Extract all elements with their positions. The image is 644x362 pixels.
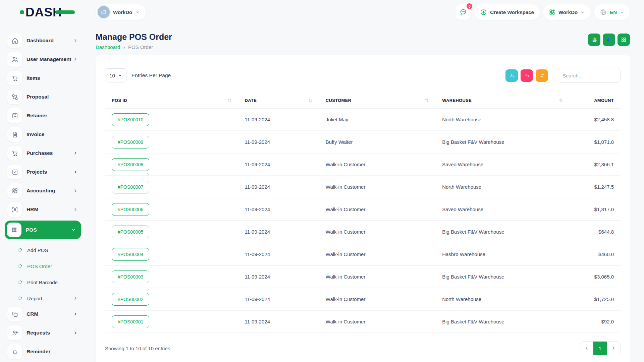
plus-circle-icon — [480, 9, 487, 16]
table-row: #POS00001 11-09-2024 Walk-in Customer Bi… — [105, 310, 621, 333]
table-row: #POS00010 11-09-2024 Juliet May North Wa… — [105, 108, 621, 131]
create-workspace-button[interactable]: Create Workspace — [474, 4, 540, 20]
date-cell: 11-09-2024 — [238, 265, 319, 288]
sidebar-item-label: POS — [26, 227, 37, 233]
sidebar-item-invoice[interactable]: Invoice — [5, 127, 86, 142]
table-row: #POS00005 11-09-2024 Walk-in Customer Bi… — [105, 221, 621, 243]
language-selector[interactable]: EN — [594, 4, 630, 20]
table-row: #POS00008 11-09-2024 Walk-in Customer Sa… — [105, 153, 621, 176]
column-header-amount[interactable]: AMOUNT — [570, 93, 621, 108]
ring-bullet-icon — [18, 296, 22, 300]
pos-id-link[interactable]: #POS00010 — [112, 113, 149, 126]
column-header-date[interactable]: DATE — [238, 93, 319, 108]
sidebar-item-accounting[interactable]: Accounting — [5, 183, 86, 198]
breadcrumb-dashboard-link[interactable]: Dashboard — [96, 44, 120, 50]
sidebar-item-projects[interactable]: Projects — [5, 164, 86, 180]
pos-id-link[interactable]: #POS00001 — [112, 315, 149, 328]
entries-per-page-select[interactable]: 10 — [105, 68, 126, 82]
pagination-prev-button[interactable] — [580, 342, 593, 355]
sidebar-item-hrm[interactable]: HRM — [5, 202, 86, 217]
pos-id-link[interactable]: #POS00002 — [112, 293, 149, 306]
sidebar-subitem-pos-order[interactable]: POS Order — [5, 258, 86, 274]
sidebar-item-pos[interactable]: POS — [5, 221, 81, 239]
sidebar-subitem-add-pos[interactable]: Add POS — [5, 242, 86, 258]
workspace-avatar-building-icon — [98, 6, 110, 18]
sidebar-subitem-report[interactable]: Report — [5, 290, 86, 306]
table-row: #POS00004 11-09-2024 Walk-in Customer Ha… — [105, 243, 621, 265]
amount-cell: $460.0 — [570, 243, 621, 265]
grid-plus-icon — [549, 9, 555, 15]
export-download-button[interactable] — [505, 69, 518, 82]
sidebar-item-label: Invoice — [26, 131, 44, 137]
column-header-pos-id[interactable]: POS ID — [105, 93, 238, 108]
sidebar-item-purchases[interactable]: Purchases — [5, 145, 86, 161]
chevron-right-icon — [73, 188, 78, 193]
workspace-selector[interactable]: WorkDo — [96, 4, 146, 20]
pos-id-link[interactable]: #POS00003 — [112, 270, 149, 283]
sidebar-item-items[interactable]: Items — [5, 70, 86, 86]
google-drive-button[interactable] — [588, 34, 600, 46]
sidebar-item-dashboard[interactable]: Dashboard — [5, 33, 86, 48]
sidebar-item-label: Accounting — [26, 188, 55, 194]
sort-icon — [309, 98, 312, 103]
customer-cell: Walk-in Customer — [319, 176, 435, 198]
onedrive-button[interactable] — [603, 34, 615, 46]
warehouse-cell: North Warehouse — [435, 108, 570, 131]
ring-bullet-icon — [18, 248, 22, 252]
sidebar-item-label: Items — [26, 75, 40, 81]
sidebar-item-label: CRM — [26, 311, 38, 317]
app-logo[interactable]: DASH — [20, 6, 96, 18]
refresh-button[interactable] — [536, 69, 548, 82]
invoice-file-icon — [7, 127, 22, 142]
pos-id-link[interactable]: #POS00008 — [112, 158, 149, 171]
sidebar-item-label: Proposal — [26, 94, 49, 100]
table-row: #POS00006 11-09-2024 Walk-in Customer Sa… — [105, 198, 621, 221]
sidebar-item-crm[interactable]: CRM — [5, 306, 86, 322]
header-actions: 0 Create Workspace WorkDo EN — [455, 4, 630, 20]
sidebar-item-proposal[interactable]: Proposal — [5, 89, 86, 105]
grid-view-button[interactable] — [618, 34, 630, 46]
chevron-left-icon — [584, 346, 589, 351]
customer-cell: Walk-in Customer — [319, 153, 435, 176]
sidebar-item-requests[interactable]: Requests — [5, 325, 86, 341]
showing-entries-text: Showing 1 to 10 of 10 entries — [105, 346, 170, 351]
workspace-menu-button[interactable]: WorkDo — [543, 4, 591, 20]
date-cell: 11-09-2024 — [238, 176, 319, 198]
customer-cell: Walk-in Customer — [319, 198, 435, 221]
pos-id-link[interactable]: #POS00006 — [112, 203, 149, 216]
date-cell: 11-09-2024 — [238, 221, 319, 243]
quick-actions — [588, 34, 630, 46]
grid-icon — [621, 37, 627, 43]
warehouse-cell: Saveo Warehouse — [435, 153, 570, 176]
pos-id-link[interactable]: #POS00004 — [112, 248, 149, 261]
messages-button[interactable]: 0 — [455, 4, 471, 20]
pos-id-link[interactable]: #POS00005 — [112, 226, 149, 238]
customer-cell: Juliet May — [319, 108, 435, 131]
amount-cell: $1,725.0 — [570, 288, 621, 310]
workspace-menu-label: WorkDo — [558, 9, 578, 15]
column-header-warehouse[interactable]: WAREHOUSE — [435, 93, 570, 108]
warehouse-cell: Hasbro Warehouse — [435, 243, 570, 265]
chevron-right-icon — [73, 207, 78, 212]
search-input[interactable] — [557, 68, 621, 83]
chevron-right-icon — [73, 170, 78, 174]
amount-cell: $92.0 — [570, 310, 621, 333]
sidebar-item-user-management[interactable]: User Management — [5, 52, 86, 67]
onedrive-cloud-icon — [606, 37, 612, 43]
pagination-page-1[interactable]: 1 — [593, 342, 607, 355]
table-row: #POS00007 11-09-2024 Walk-in Customer No… — [105, 176, 621, 198]
reset-button[interactable] — [521, 69, 533, 82]
warehouse-cell: Big Basket F&V Warehouse — [435, 265, 570, 288]
sort-icon — [425, 98, 429, 103]
sidebar-item-retainer[interactable]: Retainer — [5, 108, 86, 123]
sidebar-item-reminder[interactable]: Reminder — [5, 344, 86, 359]
pagination-next-button[interactable] — [607, 342, 620, 355]
column-header-customer[interactable]: CUSTOMER — [319, 93, 435, 108]
pos-id-link[interactable]: #POS00009 — [112, 136, 149, 148]
user-plus-icon — [7, 325, 22, 340]
breadcrumb-separator: › — [123, 44, 125, 50]
date-cell: 11-09-2024 — [238, 288, 319, 310]
sidebar-subitem-print-barcode[interactable]: Print Barcode — [5, 274, 86, 290]
notification-badge: 0 — [466, 3, 473, 10]
pos-id-link[interactable]: #POS00007 — [112, 181, 149, 193]
